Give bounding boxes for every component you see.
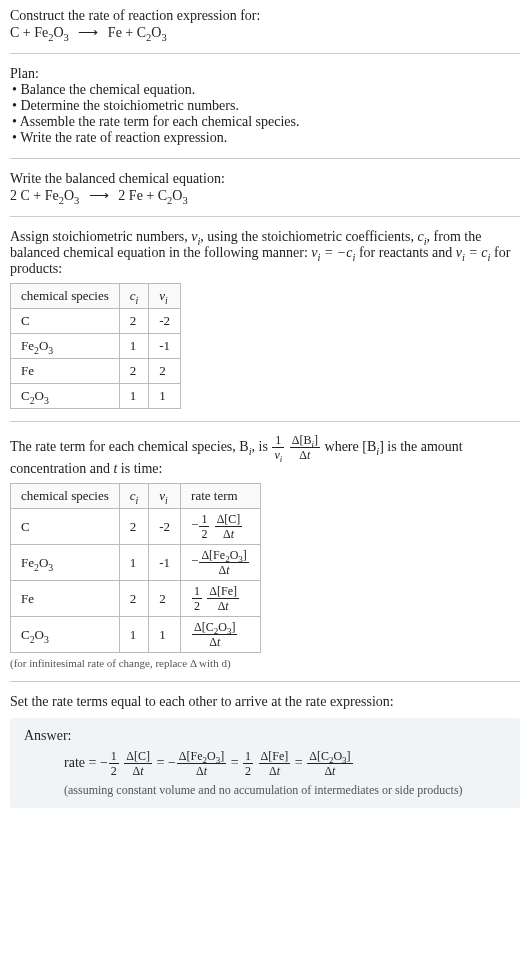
rate-intro: is time: — [117, 461, 162, 476]
one-over-nu: 1νi — [272, 434, 284, 461]
rate-intro: where — [325, 439, 363, 454]
final-title: Set the rate terms equal to each other t… — [10, 694, 520, 710]
table-header-row: chemical species ci νi rate term — [11, 484, 261, 509]
vi-cell: 1 — [149, 617, 181, 653]
plan-block: Plan: • Balance the chemical equation. •… — [10, 66, 520, 146]
ci-cell: 2 — [119, 359, 149, 384]
ci-cell: 1 — [119, 384, 149, 409]
table-row: Fe 2 2 — [11, 359, 181, 384]
assign-text: , using the stoichiometric coefficients, — [200, 229, 417, 244]
rate-intro: The rate term for each chemical species, — [10, 439, 239, 454]
prompt-block: Construct the rate of reaction expressio… — [10, 8, 520, 41]
ci-cell: 1 — [119, 617, 149, 653]
divider — [10, 53, 520, 54]
unbalanced-equation: C + Fe2O3 ⟶ Fe + C2O3 — [10, 24, 520, 41]
answer-label: Answer: — [24, 728, 506, 744]
ci-cell: 2 — [119, 309, 149, 334]
plan-item: • Determine the stoichiometric numbers. — [10, 98, 520, 114]
col-vi: νi — [149, 484, 181, 509]
species-cell: Fe2O3 — [11, 545, 120, 581]
table-row: Fe 2 2 12 Δ[Fe]Δt — [11, 581, 261, 617]
c-symbol: ci — [417, 229, 426, 244]
table-row: C2O3 1 1 — [11, 384, 181, 409]
nu-eq2: νi = ci — [456, 245, 491, 260]
vi-cell: -2 — [149, 309, 181, 334]
table-row: C2O3 1 1 Δ[C2O3]Δt — [11, 617, 261, 653]
col-vi: νi — [149, 284, 181, 309]
col-rate: rate term — [181, 484, 261, 509]
species-cell: C2O3 — [11, 384, 120, 409]
table-row: Fe2O3 1 -1 −Δ[Fe2O3]Δt — [11, 545, 261, 581]
species-cell: C — [11, 309, 120, 334]
vi-cell: 2 — [149, 359, 181, 384]
prompt-text: Construct the rate of reaction expressio… — [10, 8, 520, 24]
table-row: C 2 -2 — [11, 309, 181, 334]
divider — [10, 681, 520, 682]
rate-cell: −12 Δ[C]Δt — [181, 509, 261, 545]
ci-cell: 1 — [119, 334, 149, 359]
rate-cell: Δ[C2O3]Δt — [181, 617, 261, 653]
species-cell: C — [11, 509, 120, 545]
col-ci: ci — [119, 484, 149, 509]
vi-cell: 2 — [149, 581, 181, 617]
table-header-row: chemical species ci νi — [11, 284, 181, 309]
divider — [10, 216, 520, 217]
rate-cell: −Δ[Fe2O3]Δt — [181, 545, 261, 581]
rate-intro: , is — [252, 439, 272, 454]
plan-item: • Assemble the rate term for each chemic… — [10, 114, 520, 130]
table-row: C 2 -2 −12 Δ[C]Δt — [11, 509, 261, 545]
species-cell: Fe2O3 — [11, 334, 120, 359]
rate-term-block: The rate term for each chemical species,… — [10, 434, 520, 669]
dbi-dt: Δ[Bi]Δt — [290, 434, 320, 461]
assign-text: Assign stoichiometric numbers, — [10, 229, 191, 244]
plan-item: • Balance the chemical equation. — [10, 82, 520, 98]
balanced-title: Write the balanced chemical equation: — [10, 171, 520, 187]
ci-cell: 1 — [119, 545, 149, 581]
plan-item: • Write the rate of reaction expression. — [10, 130, 520, 146]
infinitesimal-note: (for infinitesimal rate of change, repla… — [10, 657, 520, 669]
vi-cell: -1 — [149, 545, 181, 581]
assign-text: for reactants and — [355, 245, 455, 260]
balanced-block: Write the balanced chemical equation: 2 … — [10, 171, 520, 204]
col-ci: ci — [119, 284, 149, 309]
rate-table: chemical species ci νi rate term C 2 -2 … — [10, 483, 261, 653]
assign-block: Assign stoichiometric numbers, νi, using… — [10, 229, 520, 409]
bi-conc: [Bi] — [362, 439, 384, 454]
ci-cell: 2 — [119, 581, 149, 617]
species-cell: Fe — [11, 581, 120, 617]
stoich-table: chemical species ci νi C 2 -2 Fe2O3 1 -1… — [10, 283, 181, 409]
nu-eq: νi = −ci — [311, 245, 355, 260]
b-symbol: Bi — [239, 439, 251, 454]
col-species: chemical species — [11, 484, 120, 509]
plan-title: Plan: — [10, 66, 520, 82]
species-cell: Fe — [11, 359, 120, 384]
answer-note: (assuming constant volume and no accumul… — [24, 783, 506, 798]
vi-cell: -1 — [149, 334, 181, 359]
final-block: Set the rate terms equal to each other t… — [10, 694, 520, 808]
col-species: chemical species — [11, 284, 120, 309]
rate-cell: 12 Δ[Fe]Δt — [181, 581, 261, 617]
species-cell: C2O3 — [11, 617, 120, 653]
vi-cell: 1 — [149, 384, 181, 409]
divider — [10, 158, 520, 159]
rate-expression: rate = −12 Δ[C]Δt = −Δ[Fe2O3]Δt = 12 Δ[F… — [24, 750, 506, 777]
balanced-equation: 2 C + Fe2O3 ⟶ 2 Fe + C2O3 — [10, 187, 520, 204]
vi-cell: -2 — [149, 509, 181, 545]
divider — [10, 421, 520, 422]
ci-cell: 2 — [119, 509, 149, 545]
answer-box: Answer: rate = −12 Δ[C]Δt = −Δ[Fe2O3]Δt … — [10, 718, 520, 808]
table-row: Fe2O3 1 -1 — [11, 334, 181, 359]
nu-symbol: νi — [191, 229, 200, 244]
